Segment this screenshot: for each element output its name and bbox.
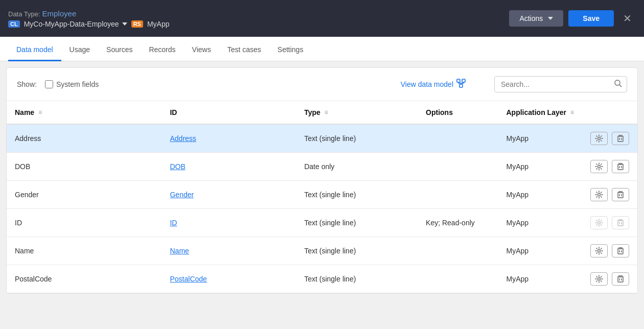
cell-options <box>418 265 498 293</box>
svg-rect-19 <box>618 193 623 198</box>
cell-row-actions <box>582 124 637 153</box>
cell-id: ID <box>162 209 296 237</box>
data-type-name: Employee <box>42 9 77 18</box>
id-link[interactable]: DOB <box>170 162 185 171</box>
svg-point-22 <box>598 222 601 224</box>
table-row: DOB DOB Date only MyApp <box>7 153 637 181</box>
system-fields-checkbox[interactable] <box>45 80 53 88</box>
app-layer-filter-icon[interactable]: ≡ <box>570 109 574 116</box>
table-row: Name Name Text (single line) MyApp <box>7 237 637 265</box>
cell-type: Text (single line) <box>296 265 418 293</box>
cell-row-actions <box>582 153 637 181</box>
id-link[interactable]: Address <box>170 134 196 143</box>
tab-sources[interactable]: Sources <box>98 39 141 61</box>
system-fields-checkbox-wrap[interactable]: System fields <box>45 80 99 88</box>
id-link[interactable]: Gender <box>170 191 194 199</box>
cell-name: ID <box>7 209 162 237</box>
tab-views[interactable]: Views <box>184 39 219 61</box>
delete-button[interactable] <box>612 272 629 286</box>
search-input[interactable] <box>494 76 627 92</box>
svg-point-18 <box>598 194 601 196</box>
header: Data Type: Employee CL MyCo-MyApp-Data-E… <box>0 0 644 37</box>
tab-data-model[interactable]: Data model <box>8 39 61 61</box>
delete-button[interactable] <box>612 188 629 201</box>
header-subtitle: CL MyCo-MyApp-Data-Employee RS MyApp <box>8 20 501 28</box>
view-data-model-link[interactable]: View data model <box>401 79 466 90</box>
table-row: ID ID Text (single line) Key; Read-only … <box>7 209 637 237</box>
cell-name: Name <box>7 237 162 265</box>
chevron-down-icon <box>122 22 127 26</box>
cell-id: Address <box>162 124 296 153</box>
delete-button[interactable] <box>612 132 629 145</box>
cell-row-actions <box>582 209 637 237</box>
cell-type: Text (single line) <box>296 209 418 237</box>
cell-options <box>418 124 498 153</box>
search-wrap <box>494 76 627 92</box>
svg-point-8 <box>615 80 620 85</box>
cell-app-layer: MyApp <box>498 153 582 181</box>
type-filter-icon[interactable]: ≡ <box>325 109 328 116</box>
delete-button[interactable] <box>612 160 629 173</box>
tab-usage[interactable]: Usage <box>61 39 98 61</box>
tab-test-cases[interactable]: Test cases <box>219 39 269 61</box>
col-header-actions <box>582 101 637 124</box>
delete-button[interactable] <box>612 244 629 257</box>
tab-settings[interactable]: Settings <box>269 39 312 61</box>
svg-line-9 <box>619 85 622 87</box>
close-button[interactable]: ✕ <box>619 10 636 27</box>
cell-options: Key; Read-only <box>418 209 498 237</box>
cell-app-layer: MyApp <box>498 181 582 209</box>
view-data-model-icon <box>456 79 466 90</box>
cell-type: Text (single line) <box>296 237 418 265</box>
svg-rect-23 <box>618 221 623 226</box>
header-left: Data Type: Employee CL MyCo-MyApp-Data-E… <box>8 9 501 28</box>
cell-options <box>418 181 498 209</box>
dropdown-selector[interactable]: MyCo-MyApp-Data-Employee <box>24 20 127 28</box>
svg-point-10 <box>598 137 601 140</box>
cell-type: Text (single line) <box>296 124 418 153</box>
cell-app-layer: MyApp <box>498 209 582 237</box>
svg-rect-31 <box>618 277 623 282</box>
svg-point-30 <box>598 278 601 280</box>
id-link[interactable]: Name <box>170 247 189 255</box>
col-header-type: Type ≡ <box>296 101 418 124</box>
myapp-label: MyApp <box>147 20 170 28</box>
cell-row-actions <box>582 265 637 293</box>
svg-rect-1 <box>462 79 465 82</box>
search-icon <box>614 79 622 89</box>
cell-row-actions <box>582 237 637 265</box>
data-type-line: Data Type: Employee <box>8 9 501 18</box>
cell-id: PostalCode <box>162 265 296 293</box>
name-filter-icon[interactable]: ≡ <box>38 109 42 116</box>
header-actions: Actions Save ✕ <box>509 10 636 27</box>
cell-type: Date only <box>296 153 418 181</box>
cell-id: Gender <box>162 181 296 209</box>
id-link[interactable]: PostalCode <box>170 275 206 283</box>
cell-row-actions <box>582 181 637 209</box>
svg-rect-27 <box>618 249 623 254</box>
settings-button[interactable] <box>590 160 608 173</box>
show-label: Show: <box>17 80 37 88</box>
toolbar: Show: System fields View data model <box>7 68 637 101</box>
save-button[interactable]: Save <box>568 10 614 27</box>
svg-rect-0 <box>457 79 460 82</box>
cell-app-layer: MyApp <box>498 237 582 265</box>
table-row: Gender Gender Text (single line) MyApp <box>7 181 637 209</box>
settings-button[interactable] <box>590 132 608 145</box>
tabs-bar: Data model Usage Sources Records Views T… <box>0 37 644 61</box>
cell-app-layer: MyApp <box>498 265 582 293</box>
svg-rect-15 <box>618 165 623 170</box>
col-header-options: Options <box>418 101 498 124</box>
tab-records[interactable]: Records <box>141 39 183 61</box>
data-table: Name ≡ ID Type ≡ Opt <box>7 101 637 293</box>
id-link[interactable]: ID <box>170 219 177 227</box>
data-type-label: Data Type: <box>8 10 40 18</box>
col-header-id: ID <box>162 101 296 124</box>
settings-button[interactable] <box>590 244 608 257</box>
table-row: PostalCode PostalCode Text (single line)… <box>7 265 637 293</box>
actions-button[interactable]: Actions <box>509 10 563 27</box>
cell-id: Name <box>162 237 296 265</box>
settings-button[interactable] <box>590 188 608 201</box>
actions-chevron-icon <box>548 17 553 20</box>
settings-button[interactable] <box>590 272 608 286</box>
